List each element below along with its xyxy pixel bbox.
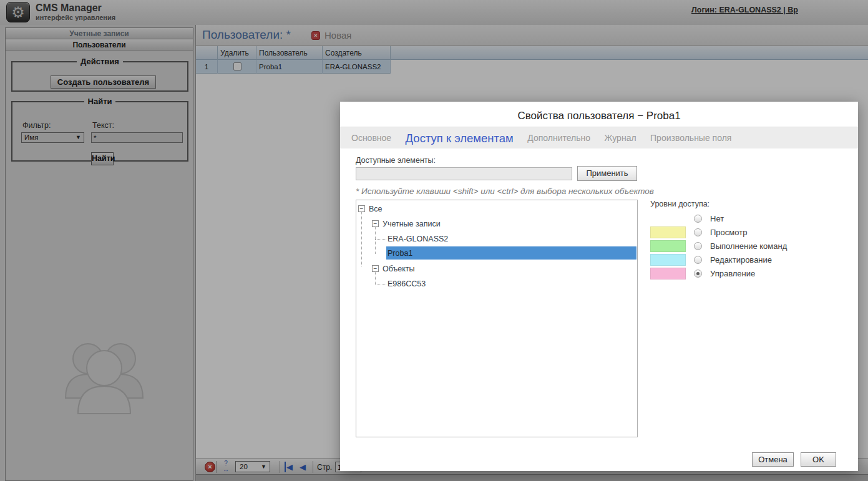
ok-button[interactable]: OK: [801, 452, 836, 467]
tree-connector: [361, 210, 362, 266]
apply-button[interactable]: Применить: [577, 166, 637, 181]
tab-journal[interactable]: Журнал: [605, 127, 636, 149]
multiselect-hint: * Используйте клавиши <shift> или <ctrl>…: [356, 187, 654, 196]
tree-node-accounts[interactable]: − Учетные записи: [383, 218, 441, 230]
tree-node-e986cc53[interactable]: E986CC53: [388, 278, 426, 290]
access-option-label: Выполнение команд: [710, 241, 787, 251]
user-properties-dialog: Свойства пользователя − Proba1 Основное …: [340, 102, 858, 471]
tree-connector: [375, 225, 376, 254]
edit-color-swatch: [650, 254, 686, 266]
view-color-swatch: [650, 226, 686, 238]
tab-element-access[interactable]: Доступ к элементам: [406, 127, 514, 149]
tree-node-label: Объекты: [383, 265, 415, 273]
tree-node-proba1[interactable]: Proba1: [388, 247, 412, 260]
tree-node-label: Все: [369, 205, 383, 213]
dialog-tab-bar: Основное Доступ к элементам Дополнительн…: [340, 127, 858, 148]
access-option-commands: Выполнение команд: [650, 240, 856, 253]
tree-node-label: E986CC53: [388, 279, 426, 288]
radio-commands[interactable]: [694, 242, 702, 250]
tree-node-label: ERA-GLONASS2: [388, 235, 448, 243]
tab-general[interactable]: Основное: [351, 127, 391, 149]
radio-view[interactable]: [694, 228, 702, 236]
tab-custom-fields[interactable]: Произвольные поля: [650, 127, 731, 149]
collapse-icon[interactable]: −: [358, 205, 365, 212]
tree-node-era-glonass2[interactable]: ERA-GLONASS2: [388, 233, 448, 245]
available-elements-input[interactable]: [356, 167, 572, 180]
access-option-edit: Редактирование: [650, 253, 856, 267]
elements-tree: − Все − Учетные записи ERA-GLONASS2 Prob…: [356, 200, 638, 437]
tree-selection-highlight: [386, 246, 636, 260]
tree-node-objects[interactable]: − Объекты: [383, 263, 415, 275]
radio-none[interactable]: [694, 215, 702, 223]
tree-connector: [375, 284, 386, 284]
access-option-label: Редактирование: [710, 255, 772, 265]
radio-edit[interactable]: [694, 256, 702, 264]
collapse-icon[interactable]: −: [372, 265, 379, 272]
collapse-icon[interactable]: −: [372, 220, 379, 227]
access-levels-label: Уровни доступа:: [650, 200, 710, 208]
tree-connector: [375, 270, 376, 284]
commands-color-swatch: [650, 240, 686, 252]
access-option-label: Управление: [710, 269, 755, 278]
cancel-button[interactable]: Отмена: [752, 452, 794, 467]
tree-connector: [375, 239, 386, 240]
access-option-label: Просмотр: [710, 228, 747, 237]
access-option-manage: Управление: [650, 267, 856, 281]
dialog-title: Свойства пользователя − Proba1: [340, 110, 858, 122]
tree-node-label: Учетные записи: [383, 220, 441, 228]
available-elements-label: Доступные элементы:: [356, 156, 436, 165]
access-option-view: Просмотр: [650, 226, 856, 240]
tab-additional[interactable]: Дополнительно: [527, 127, 590, 149]
access-option-none: Нет: [650, 212, 856, 226]
tree-node-label: Proba1: [388, 249, 412, 258]
radio-manage[interactable]: [694, 270, 702, 278]
access-option-label: Нет: [710, 214, 724, 223]
manage-color-swatch: [650, 268, 686, 279]
tree-node-all[interactable]: − Все: [369, 203, 383, 215]
